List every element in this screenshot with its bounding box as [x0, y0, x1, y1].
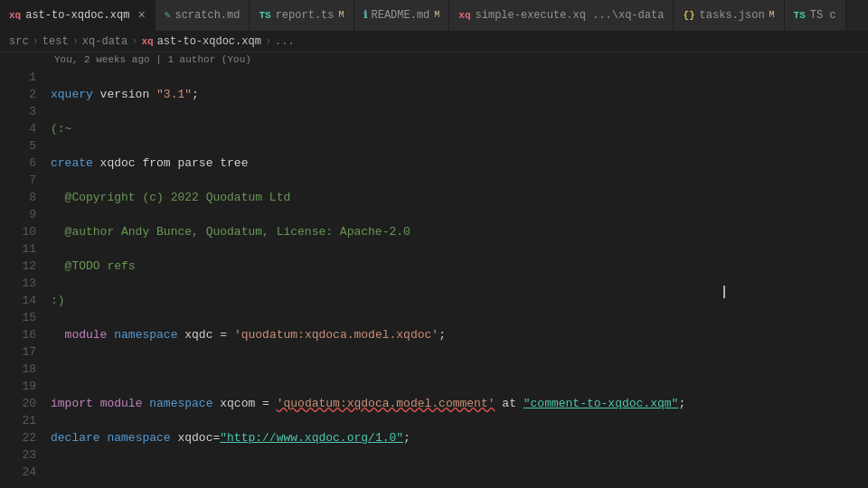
- code-line: declare namespace xqdoc="http://www.xqdo…: [51, 429, 868, 446]
- tab-icon-xq: xq: [9, 10, 21, 21]
- breadcrumb-src[interactable]: src: [9, 35, 29, 48]
- tab-modified-tasks: M: [769, 10, 775, 20]
- tab-label-ts2: TS c: [810, 9, 836, 22]
- breadcrumb: src › test › xq-data › xq ast-to-xqdoc.x…: [0, 32, 868, 52]
- tab-icon-ts2: TS: [794, 10, 806, 21]
- tab-tasks[interactable]: {} tasks.json M: [674, 0, 784, 31]
- editor: 12345 678910 1112131415 1617181920 21222…: [0, 69, 868, 482]
- tab-label-scratch: scratch.md: [175, 9, 240, 22]
- tab-label-tasks: tasks.json: [700, 9, 765, 22]
- breadcrumb-icon-xq: xq: [141, 36, 153, 47]
- tab-icon-xq2: xq: [458, 10, 470, 21]
- breadcrumb-xq-data[interactable]: xq-data: [82, 35, 127, 48]
- tab-ast-to-xqdoc[interactable]: xq ast-to-xqdoc.xqm ×: [0, 0, 156, 31]
- code-line: @TODO refs: [51, 258, 868, 275]
- code-area: 12345 678910 1112131415 1617181920 21222…: [0, 69, 868, 482]
- git-blame: You, 2 weeks ago | 1 author (You): [0, 52, 868, 69]
- code-line: xquery version "3.1";: [51, 86, 868, 103]
- code-line: import module namespace xqcom = 'quodatu…: [51, 395, 868, 412]
- code-line: @Copyright (c) 2022 Quodatum Ltd: [51, 189, 868, 206]
- code-content: xquery version "3.1"; (:~ create xqdoc f…: [43, 69, 868, 482]
- breadcrumb-ellipsis[interactable]: ...: [275, 35, 295, 48]
- tab-report[interactable]: TS report.ts M: [250, 0, 354, 31]
- code-line: module namespace xqdc = 'quodatum:xqdoca…: [51, 326, 868, 343]
- tab-simple-execute[interactable]: xq simple-execute.xq ...\xq-data: [449, 0, 674, 31]
- tab-icon-ts1: TS: [259, 10, 270, 21]
- breadcrumb-test[interactable]: test: [42, 35, 69, 48]
- code-line: [51, 464, 868, 481]
- tab-label-readme: README.md: [372, 9, 430, 22]
- tab-close-ast[interactable]: ×: [137, 8, 145, 23]
- tab-readme[interactable]: ℹ README.md M: [354, 0, 450, 31]
- tab-bar: xq ast-to-xqdoc.xqm × ✎ scratch.md TS re…: [0, 0, 868, 32]
- tab-scratch[interactable]: ✎ scratch.md: [156, 0, 250, 31]
- tab-modified-report: M: [338, 10, 344, 20]
- code-line: (:~: [51, 120, 868, 137]
- tab-icon-json: {}: [683, 10, 694, 21]
- tab-label-simple: simple-execute.xq ...\xq-data: [476, 9, 665, 22]
- tab-icon-md1: ✎: [165, 9, 171, 21]
- code-line: [51, 361, 868, 378]
- breadcrumb-current-file[interactable]: ast-to-xqdoc.xqm: [157, 35, 261, 48]
- tab-modified-readme: M: [434, 10, 439, 20]
- tab-label-ast: ast-to-xqdoc.xqm: [25, 9, 129, 22]
- tab-ts2[interactable]: TS TS c: [785, 0, 846, 31]
- code-line: create xqdoc from parse tree: [51, 155, 868, 172]
- code-line: @author Andy Bunce, Quodatum, License: A…: [51, 223, 868, 240]
- code-line: :): [51, 292, 868, 309]
- line-numbers: 12345 678910 1112131415 1617181920 21222…: [0, 69, 43, 482]
- tab-icon-md2: ℹ: [363, 9, 367, 21]
- tab-label-report: report.ts: [276, 9, 335, 22]
